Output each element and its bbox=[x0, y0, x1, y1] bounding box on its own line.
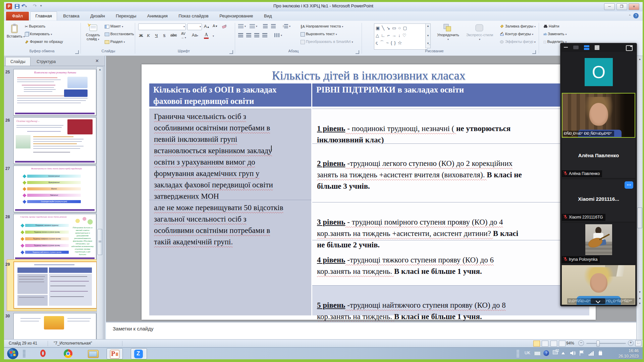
quick-styles-button[interactable]: Экспресс-стили▾ bbox=[463, 23, 496, 41]
window-switch-icon[interactable] bbox=[553, 350, 558, 354]
panel-close-icon[interactable]: ✕ bbox=[95, 58, 99, 63]
keyboard-layout-icon[interactable] bbox=[534, 351, 541, 356]
taskbar-chrome-icon[interactable] bbox=[60, 348, 76, 359]
reading-view-button[interactable] bbox=[550, 341, 557, 347]
zoom-in-button[interactable]: + bbox=[628, 340, 634, 346]
table-cell-left-1[interactable]: Гранична чисельність осіб з особливими о… bbox=[149, 109, 311, 200]
slide-canvas[interactable]: Кількість дітей в інклюзивних класах Кіл… bbox=[142, 64, 596, 320]
slide-sorter-view-button[interactable] bbox=[542, 341, 548, 347]
slide-thumbnail-25[interactable]: 25 Комплексна оцінка розвитку дитини bbox=[13, 69, 96, 115]
tab-file[interactable]: Файл bbox=[6, 12, 29, 20]
italic-button[interactable]: К bbox=[147, 33, 150, 38]
speaker-view-icon[interactable] bbox=[573, 46, 579, 49]
clock[interactable]: 16:46 26.10.2023 bbox=[610, 348, 639, 359]
help-tray-icon[interactable]: ? bbox=[543, 350, 549, 356]
tab-review[interactable]: Рецензирование bbox=[215, 12, 258, 20]
slide-table[interactable]: Кількість осіб з ООП в закладах фахової … bbox=[149, 83, 589, 314]
align-right-button[interactable] bbox=[254, 33, 259, 37]
shapes-scrollbar[interactable]: ▲▼▼̲ bbox=[425, 23, 431, 48]
normal-view-button[interactable] bbox=[533, 341, 540, 347]
font-dialog-launcher[interactable] bbox=[229, 50, 233, 54]
increase-indent-button[interactable] bbox=[271, 24, 276, 28]
tab-outline-panel[interactable]: Структура bbox=[32, 57, 60, 66]
tab-transitions[interactable]: Переходы bbox=[111, 12, 141, 20]
table-row-level4[interactable]: 4 рівень -труднощі тяжкого ступеня прояв… bbox=[312, 240, 589, 285]
participant-tile[interactable]: Алёна Павленко Алёна Павленко bbox=[562, 138, 635, 178]
justify-button[interactable] bbox=[262, 33, 267, 37]
tab-animations[interactable]: Анимация bbox=[143, 12, 172, 20]
start-button[interactable] bbox=[7, 348, 19, 360]
slide-thumbnail-29[interactable]: 29 bbox=[13, 261, 96, 307]
columns-button[interactable]: ▾ bbox=[274, 33, 282, 37]
format-painter-button[interactable]: Формат по образцу bbox=[25, 40, 63, 44]
character-spacing-button[interactable]: AV↔ ▾ bbox=[181, 32, 186, 39]
table-header-left[interactable]: Кількість осіб з ООП в закладах фахової … bbox=[149, 83, 311, 107]
volume-icon[interactable] bbox=[570, 350, 576, 357]
reset-button[interactable]: Восстановить bbox=[105, 32, 134, 36]
action-center-flag-icon[interactable] bbox=[579, 350, 584, 357]
tab-slideshow[interactable]: Показ слайдов bbox=[174, 12, 213, 20]
minimize-button[interactable]: ─ bbox=[604, 3, 615, 10]
shape-fill-button[interactable]: Заливка фигуры ▾ bbox=[500, 24, 536, 29]
table-header-right[interactable]: РІВНІ ПІДТРИМКИ в закладах освіти bbox=[312, 83, 589, 107]
next-slide-icon[interactable]: ▼ bbox=[637, 301, 643, 306]
participant-tile[interactable]: ... Xiaomi 2201116... Xiaomi 2201116TG bbox=[562, 179, 635, 222]
align-center-button[interactable] bbox=[246, 33, 251, 37]
numbering-button[interactable]: ▾ bbox=[250, 24, 257, 28]
font-color-dropdown[interactable]: ▾ bbox=[213, 34, 214, 38]
clipboard-dialog-launcher[interactable] bbox=[75, 50, 79, 54]
close-button[interactable]: × bbox=[629, 3, 639, 10]
font-size-combobox[interactable]: ▾ bbox=[187, 23, 202, 30]
paragraph-dialog-launcher[interactable] bbox=[356, 50, 359, 54]
font-color-button[interactable]: А bbox=[204, 32, 209, 39]
taskbar-powerpoint-button[interactable]: P bbox=[107, 348, 123, 359]
slideshow-view-button[interactable] bbox=[559, 341, 566, 347]
taskbar-opera-icon[interactable] bbox=[36, 348, 52, 359]
arrange-button[interactable]: Упорядочить▾ bbox=[435, 23, 462, 41]
underline-button[interactable]: Ч bbox=[155, 33, 158, 38]
strikethrough-button[interactable]: abc bbox=[170, 33, 177, 38]
replace-button[interactable]: abЗаменить ▾ bbox=[543, 32, 567, 36]
zoom-out-button[interactable]: − bbox=[578, 340, 584, 346]
table-row-level1[interactable]: 1 рівень - поодинокі труднощі, незначні … bbox=[312, 109, 589, 143]
popout-layout-icon[interactable] bbox=[626, 45, 633, 51]
text-direction-button[interactable]: ∥AНаправление текста ▾ bbox=[301, 24, 343, 29]
line-spacing-button[interactable]: ↕ ▾ bbox=[282, 24, 290, 28]
zoom-slider-track[interactable] bbox=[586, 343, 626, 344]
tab-view[interactable]: Вид bbox=[259, 12, 277, 20]
slide-thumbnail-26[interactable]: 26 Освітні труднощі – bbox=[13, 117, 96, 163]
show-hidden-icons-button[interactable] bbox=[561, 352, 565, 354]
restore-button[interactable]: ❐ bbox=[616, 3, 627, 10]
gallery-view-icon[interactable] bbox=[584, 45, 589, 47]
layout-button[interactable]: Макет ▾ bbox=[105, 24, 123, 28]
copy-button[interactable]: Копировать ▾ bbox=[25, 32, 52, 37]
new-slide-button[interactable]: Создатьслайд ▾ bbox=[83, 23, 103, 41]
participant-tile[interactable]: Iryna Polovynka bbox=[562, 223, 635, 264]
shape-outline-button[interactable]: Контур фигуры ▾ bbox=[500, 32, 533, 37]
table-row-level2[interactable]: 2 рівень -труднощі легкого ступеню (КО) … bbox=[312, 143, 589, 202]
paste-button[interactable]: Вставить ▾ bbox=[7, 23, 23, 38]
power-plug-icon[interactable] bbox=[598, 350, 603, 357]
tray-grip[interactable] bbox=[517, 350, 519, 357]
bold-button[interactable]: Ж bbox=[139, 33, 143, 38]
help-icon[interactable]: ? bbox=[633, 13, 639, 18]
clear-formatting-button[interactable]: A bbox=[222, 24, 227, 29]
convert-smartart-button[interactable]: Преобразовать в SmartArt ▾ bbox=[301, 40, 353, 44]
decrease-indent-button[interactable] bbox=[263, 24, 268, 28]
tab-slides-panel[interactable]: Слайды bbox=[5, 57, 31, 66]
zoom-slider-thumb[interactable] bbox=[596, 341, 600, 347]
slide-thumbnail-27[interactable]: 27 Визначаються п'ять типів (категорій) … bbox=[13, 166, 96, 212]
previous-slide-icon[interactable]: ▲ bbox=[637, 296, 643, 300]
panel-scrollbar-thumb[interactable] bbox=[98, 229, 102, 255]
minimize-ribbon-icon[interactable]: ⌃ bbox=[629, 14, 631, 18]
more-options-button[interactable]: ... bbox=[625, 181, 633, 189]
taskbar-explorer-icon[interactable] bbox=[85, 348, 101, 359]
participant-tile-active-speaker[interactable]: ÐÑÐ¸Ð½Ð° ÐÐ¸ÑÐ½ÐµÐ²Ð° bbox=[562, 93, 635, 138]
cut-button[interactable]: ✂Вырезать bbox=[25, 24, 45, 29]
change-case-button[interactable]: Aa▾ bbox=[192, 33, 198, 38]
font-name-combobox[interactable]: ▾ bbox=[138, 23, 186, 30]
tab-insert[interactable]: Вставка bbox=[58, 12, 84, 20]
editor-scrollbar-thumb[interactable] bbox=[637, 207, 642, 228]
text-shadow-button[interactable]: S bbox=[163, 33, 165, 38]
drawing-dialog-launcher[interactable] bbox=[532, 50, 536, 54]
